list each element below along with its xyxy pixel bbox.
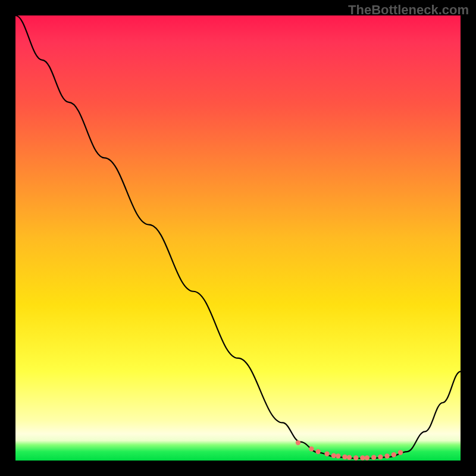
bottleneck-curve-svg	[15, 15, 461, 461]
threshold-dot	[384, 453, 389, 458]
watermark-text: TheBottleneck.com	[348, 2, 469, 18]
threshold-dot	[347, 455, 352, 460]
threshold-dot	[360, 455, 365, 460]
threshold-dot	[336, 453, 340, 458]
threshold-dot	[315, 449, 320, 454]
threshold-dot	[398, 450, 403, 455]
threshold-dot	[309, 446, 314, 451]
threshold-dot	[342, 455, 347, 459]
threshold-dot	[365, 455, 369, 460]
threshold-dot	[392, 452, 396, 457]
threshold-dot	[296, 440, 300, 445]
chart-plot-area	[15, 15, 461, 461]
threshold-dot	[353, 455, 358, 460]
threshold-dot	[331, 453, 336, 458]
threshold-dot	[371, 455, 376, 460]
threshold-dot	[378, 455, 383, 459]
threshold-markers	[296, 440, 403, 461]
threshold-dot	[324, 452, 329, 456]
bottleneck-curve	[15, 15, 461, 458]
